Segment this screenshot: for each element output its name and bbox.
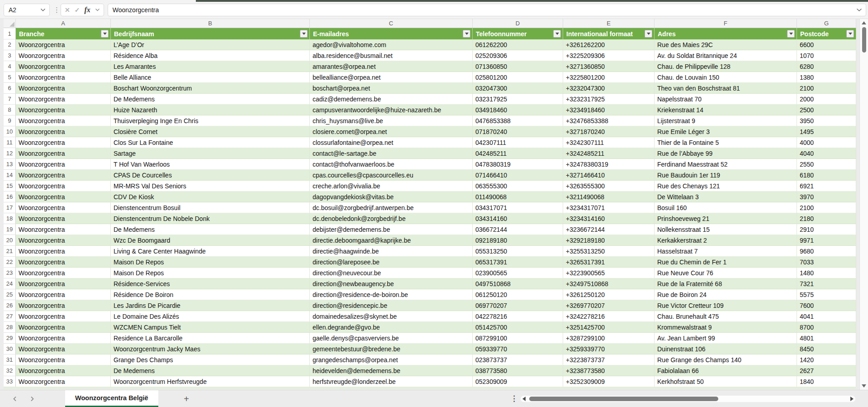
- cell[interactable]: debijster@demedemens.be: [310, 224, 473, 235]
- row-number[interactable]: 17: [4, 202, 16, 213]
- cell[interactable]: 2627: [797, 365, 856, 376]
- cell[interactable]: Woonzorgcentra: [16, 192, 111, 202]
- cell[interactable]: gaelle.denys@cpasverviers.be: [310, 333, 473, 344]
- cell[interactable]: CPAS De Courcelles: [111, 170, 310, 181]
- cell[interactable]: amarantes@orpea.net: [310, 61, 473, 72]
- cell[interactable]: 7600: [797, 300, 856, 311]
- cell[interactable]: 2500: [797, 105, 856, 115]
- cell[interactable]: 6280: [797, 61, 856, 72]
- row-number[interactable]: 10: [4, 126, 16, 137]
- cell[interactable]: heidevelden@demedemens.be: [310, 365, 473, 376]
- row-number[interactable]: 19: [4, 224, 16, 235]
- cell[interactable]: 023900565: [473, 268, 563, 278]
- row-number[interactable]: 21: [4, 246, 16, 257]
- cell[interactable]: closiere.cornet@orpea.net: [310, 126, 473, 137]
- cell[interactable]: direction@residence-de-boiron.be: [310, 289, 473, 300]
- cell[interactable]: 036672144: [473, 224, 563, 235]
- cell[interactable]: Woonzorgcentra: [16, 39, 111, 50]
- cell[interactable]: Woonzorgcentra: [16, 344, 111, 354]
- cell[interactable]: 071870240: [473, 126, 563, 137]
- cell[interactable]: direction@neuvecour.be: [310, 268, 473, 278]
- row-number[interactable]: 28: [4, 322, 16, 333]
- cell[interactable]: 8700: [797, 322, 856, 333]
- cell[interactable]: De Medemens: [111, 365, 310, 376]
- cell[interactable]: 092189180: [473, 235, 563, 246]
- row-number[interactable]: 25: [4, 289, 16, 300]
- name-box-dropdown-icon[interactable]: [40, 8, 46, 12]
- cell[interactable]: Thuisverpleging Inge En Chris: [111, 115, 310, 126]
- cell[interactable]: +3211490068: [563, 192, 655, 202]
- cell[interactable]: 2000: [797, 94, 856, 105]
- row-number[interactable]: 27: [4, 311, 16, 322]
- cell[interactable]: Woonzorgcentra: [16, 224, 111, 235]
- cell[interactable]: +3242278216: [563, 311, 655, 322]
- cell[interactable]: Rue Neuve Cour 76: [655, 268, 797, 278]
- cell[interactable]: dc.bosuil@zorgbedrijf.antwerpen.be: [310, 202, 473, 213]
- cell[interactable]: 4000: [797, 137, 856, 148]
- add-sheet-button[interactable]: +: [180, 393, 193, 405]
- cell[interactable]: 032317925: [473, 94, 563, 105]
- cell[interactable]: +3271870240: [563, 126, 655, 137]
- cell[interactable]: 0476853388: [473, 115, 563, 126]
- cell[interactable]: Woonzorgcentra: [16, 148, 111, 159]
- cell[interactable]: Woonzorgcentra: [16, 311, 111, 322]
- row-number[interactable]: 14: [4, 170, 16, 181]
- cell[interactable]: Hasselstraat 7: [655, 246, 797, 257]
- cell[interactable]: 1495: [797, 126, 856, 137]
- table-header-cell[interactable]: Bedrijfsnaam: [111, 28, 310, 39]
- cell[interactable]: 3950: [797, 115, 856, 126]
- cell[interactable]: herfstvreugde@londerzeel.be: [310, 376, 473, 387]
- cell[interactable]: Woonzorgcentra: [16, 322, 111, 333]
- cell[interactable]: 9680: [797, 246, 856, 257]
- cell[interactable]: +3251425700: [563, 322, 655, 333]
- cell[interactable]: Grange Des Champs: [111, 354, 310, 365]
- column-header-G[interactable]: G: [797, 19, 856, 28]
- cell[interactable]: +32497510868: [563, 278, 655, 289]
- cell[interactable]: 6921: [797, 181, 856, 192]
- cell[interactable]: 0497510868: [473, 278, 563, 289]
- cell[interactable]: De Medemens: [111, 224, 310, 235]
- cell[interactable]: cadiz@demedemens.be: [310, 94, 473, 105]
- cell[interactable]: clossurlafontaine@orpea.net: [310, 137, 473, 148]
- cell[interactable]: contact@thofvanwaerloos.be: [310, 159, 473, 170]
- cell[interactable]: Résidence De Boiron: [111, 289, 310, 300]
- cell[interactable]: Kerkakkerstraat 2: [655, 235, 797, 246]
- cell[interactable]: +3271466410: [563, 170, 655, 181]
- cell[interactable]: Woonzorgcentra: [16, 126, 111, 137]
- cell[interactable]: domainedesalizes@skynet.be: [310, 311, 473, 322]
- cell[interactable]: +3234918460: [563, 105, 655, 115]
- cell[interactable]: Woonzorgcentra: [16, 354, 111, 365]
- cell[interactable]: Dienstencentrum Bosuil: [111, 202, 310, 213]
- scroll-down-icon[interactable]: [862, 384, 866, 388]
- name-box[interactable]: A2: [4, 4, 50, 16]
- cell[interactable]: cpas.courcelles@cpascourcelles.eu: [310, 170, 473, 181]
- cell[interactable]: Wzc De Boomgaard: [111, 235, 310, 246]
- cell[interactable]: 2910: [797, 224, 856, 235]
- cell[interactable]: Boschart Woonzorgcentrum: [111, 83, 310, 94]
- cell[interactable]: 4040: [797, 148, 856, 159]
- cell[interactable]: L’Age D’Or: [111, 39, 310, 50]
- scroll-right-icon[interactable]: [850, 397, 854, 401]
- cell[interactable]: +32476853388: [563, 115, 655, 126]
- cell[interactable]: 1480: [797, 268, 856, 278]
- cell[interactable]: +3269770207: [563, 300, 655, 311]
- cell[interactable]: Maison De Repos: [111, 257, 310, 268]
- cell[interactable]: Residence La Barcarolle: [111, 333, 310, 344]
- cell[interactable]: Rue Baudouin 1er 119: [655, 170, 797, 181]
- row-number[interactable]: 31: [4, 354, 16, 365]
- cell[interactable]: 7321: [797, 278, 856, 289]
- cell[interactable]: +3234314160: [563, 213, 655, 224]
- cell[interactable]: 6600: [797, 39, 856, 50]
- row-number[interactable]: 8: [4, 105, 16, 115]
- cell[interactable]: +3255313250: [563, 246, 655, 257]
- cell[interactable]: 052309009: [473, 376, 563, 387]
- cell[interactable]: Theo van den Boschstraat 81: [655, 83, 797, 94]
- cell[interactable]: +3225209306: [563, 50, 655, 61]
- cell[interactable]: 4801: [797, 333, 856, 344]
- cell[interactable]: agedor@vivaltohome.com: [310, 39, 473, 50]
- cell[interactable]: Woonzorgcentra: [16, 202, 111, 213]
- cell[interactable]: Woonzorgcentra: [16, 137, 111, 148]
- cell[interactable]: grangedeschamps@orpea.net: [310, 354, 473, 365]
- cell[interactable]: Living & Care Center Haagwinde: [111, 246, 310, 257]
- cell[interactable]: 2180: [797, 213, 856, 224]
